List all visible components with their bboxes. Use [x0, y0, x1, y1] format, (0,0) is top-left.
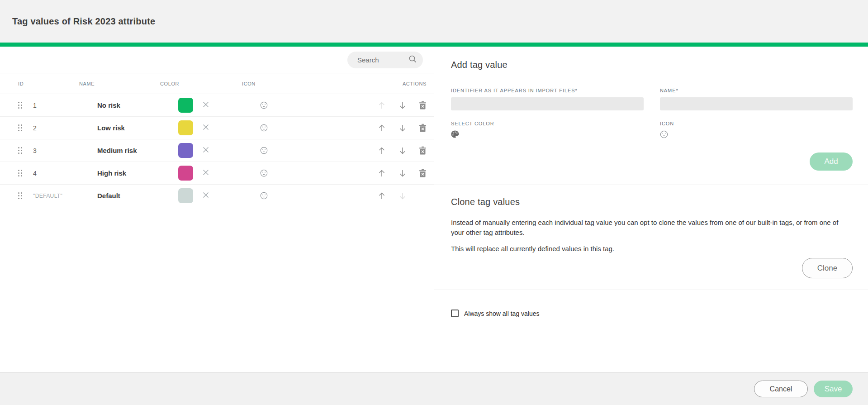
arrow-down-icon — [398, 146, 407, 155]
move-up-button[interactable] — [377, 101, 386, 110]
icon-label: ICON — [660, 121, 853, 126]
drag-handle[interactable] — [18, 147, 33, 154]
row-icon-button[interactable] — [260, 169, 268, 177]
section-divider — [434, 290, 868, 290]
color-swatch[interactable] — [178, 98, 193, 113]
select-color-label: SELECT COLOR — [451, 121, 644, 126]
save-button[interactable]: Save — [814, 381, 853, 397]
row-actions — [377, 101, 434, 110]
clear-color-button[interactable] — [203, 124, 209, 132]
table-row: 3 Medium risk — [0, 139, 434, 162]
tag-values-panel: ID NAME COLOR ICON ACTIONS 1 No risk — [0, 47, 434, 372]
delete-button[interactable] — [419, 124, 427, 132]
row-icon-cell — [256, 101, 311, 109]
row-name: Default — [97, 192, 178, 200]
clear-color-button[interactable] — [203, 147, 209, 154]
add-button[interactable]: Add — [810, 152, 853, 171]
move-up-button[interactable] — [377, 146, 386, 155]
always-show-label: Always show all tag values — [464, 310, 540, 317]
drag-handle[interactable] — [18, 102, 33, 109]
main-content: ID NAME COLOR ICON ACTIONS 1 No risk — [0, 47, 868, 372]
trash-icon — [419, 101, 427, 110]
row-color-cell — [178, 98, 256, 113]
search-input[interactable] — [357, 56, 408, 64]
move-down-button[interactable] — [398, 169, 407, 178]
table-row: "DEFAULT" Default — [0, 185, 434, 207]
arrow-down-icon — [398, 169, 407, 178]
clone-button[interactable]: Clone — [802, 258, 853, 278]
delete-button[interactable] — [419, 101, 427, 110]
search-row — [0, 47, 434, 73]
search-icon[interactable] — [408, 55, 417, 65]
row-icon-cell — [256, 147, 311, 154]
color-swatch[interactable] — [178, 166, 193, 181]
page-title: Tag values of Risk 2023 attribute — [12, 16, 155, 27]
arrow-down-icon — [398, 101, 407, 110]
color-swatch[interactable] — [178, 188, 193, 203]
color-swatch[interactable] — [178, 120, 193, 135]
row-icon-button[interactable] — [260, 147, 268, 154]
drag-handle[interactable] — [18, 124, 33, 131]
color-swatch[interactable] — [178, 143, 193, 158]
clear-color-button[interactable] — [203, 169, 209, 177]
neutral-face-icon — [260, 147, 268, 154]
row-color-cell — [178, 188, 256, 203]
move-down-button[interactable] — [398, 146, 407, 155]
edit-panel: Add tag value IDENTIFIER AS IT APPEARS I… — [434, 47, 868, 372]
neutral-face-icon — [660, 130, 668, 140]
row-actions — [377, 191, 434, 200]
move-down-button[interactable] — [398, 124, 407, 133]
row-id: 1 — [33, 102, 97, 109]
tag-values-dialog: Tag values of Risk 2023 attribute ID — [0, 0, 868, 405]
footer-bar: Cancel Save — [0, 372, 868, 405]
cancel-button[interactable]: Cancel — [754, 381, 808, 397]
identifier-label: IDENTIFIER AS IT APPEARS IN IMPORT FILES… — [451, 88, 644, 93]
drag-handle[interactable] — [18, 192, 33, 199]
x-icon — [203, 124, 209, 132]
drag-handle[interactable] — [18, 170, 33, 176]
x-icon — [203, 101, 209, 109]
table-row: 1 No risk — [0, 94, 434, 117]
move-up-button[interactable] — [377, 169, 386, 178]
trash-icon — [419, 124, 427, 132]
clone-warning: This will replace all currently defined … — [451, 244, 853, 254]
move-down-button[interactable] — [398, 191, 407, 200]
move-up-button[interactable] — [377, 124, 386, 133]
column-header-icon: ICON — [238, 81, 293, 86]
always-show-checkbox[interactable] — [451, 310, 459, 317]
row-name: Medium risk — [97, 147, 178, 154]
move-down-button[interactable] — [398, 101, 407, 110]
row-actions — [377, 146, 434, 155]
x-icon — [203, 192, 209, 200]
title-bar: Tag values of Risk 2023 attribute — [0, 0, 868, 43]
x-icon — [203, 147, 209, 154]
column-header-color: COLOR — [160, 81, 238, 86]
row-name: Low risk — [97, 124, 178, 132]
clear-color-button[interactable] — [203, 192, 209, 200]
arrow-up-icon — [377, 169, 386, 178]
trash-icon — [419, 146, 427, 155]
column-header-name: NAME — [79, 81, 160, 86]
row-icon-button[interactable] — [260, 192, 268, 200]
row-color-cell — [178, 166, 256, 181]
column-header-actions: ACTIONS — [403, 81, 434, 86]
delete-button[interactable] — [419, 169, 427, 177]
table-row: 2 Low risk — [0, 117, 434, 139]
search-box[interactable] — [347, 52, 423, 68]
always-show-option[interactable]: Always show all tag values — [451, 310, 853, 317]
name-input[interactable] — [660, 97, 853, 110]
row-id: 3 — [33, 147, 97, 154]
row-icon-button[interactable] — [260, 101, 268, 109]
neutral-face-icon — [260, 192, 268, 200]
row-icon-button[interactable] — [260, 124, 268, 132]
identifier-input[interactable] — [451, 97, 644, 110]
icon-picker-button[interactable] — [660, 130, 668, 140]
clear-color-button[interactable] — [203, 101, 209, 109]
column-header-id: ID — [0, 81, 79, 86]
row-color-cell — [178, 143, 256, 158]
move-up-button[interactable] — [377, 191, 386, 200]
delete-button[interactable] — [419, 146, 427, 155]
color-picker-button[interactable] — [451, 130, 459, 139]
neutral-face-icon — [260, 101, 268, 109]
row-actions — [377, 169, 434, 178]
